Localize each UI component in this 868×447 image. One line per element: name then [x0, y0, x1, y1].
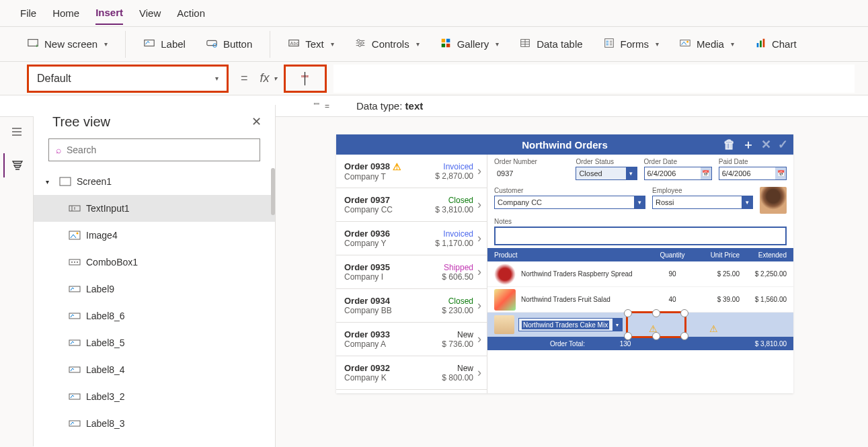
formula-input-extended[interactable]: [333, 65, 855, 93]
button-button[interactable]: Button: [199, 33, 259, 55]
line-item[interactable]: Northwind Traders Raspberry Spread90$ 25…: [487, 261, 793, 287]
gallery-button[interactable]: Gallery▾: [433, 33, 506, 55]
cancel-icon[interactable]: ✕: [761, 137, 771, 152]
control-icon: [69, 392, 81, 401]
screen-icon: [59, 177, 71, 186]
menu-file[interactable]: File: [20, 2, 36, 24]
tree-item-label: Label8_3: [86, 418, 125, 429]
media-button[interactable]: Media▾: [672, 33, 741, 55]
new-screen-button[interactable]: + New screen▾: [20, 33, 114, 55]
separator: [125, 31, 126, 58]
order-item[interactable]: Order 0937Company CCClosed$ 3,810.00›: [336, 188, 487, 222]
order-status-select[interactable]: Closed▾: [576, 167, 637, 180]
order-item[interactable]: Order 0934Company BBClosed$ 230.00›: [336, 289, 487, 323]
order-number-label: Order Number: [494, 158, 569, 165]
app-title: Northwind Orders: [522, 139, 608, 151]
tree-item[interactable]: Label8_6: [34, 302, 275, 329]
close-icon[interactable]: ✕: [251, 114, 262, 129]
formula-input[interactable]: "": [284, 65, 327, 93]
orders-gallery[interactable]: Order 0938⚠Company TInvoiced$ 2,870.00›O…: [336, 155, 487, 393]
col-qty: Quantity: [652, 251, 693, 259]
warning-icon: ⚠: [709, 323, 718, 334]
tree-search[interactable]: ⌕: [48, 138, 260, 161]
warning-icon: ⚠: [393, 161, 401, 172]
product-combobox[interactable]: Northwind Traders Cake Mix ▾: [518, 318, 623, 331]
controls-button[interactable]: Controls▾: [348, 33, 426, 55]
control-icon: [69, 204, 81, 213]
order-total-bar: Order Total: 130 $ 3,810.00: [487, 337, 793, 350]
datatype-label: Data type:: [356, 100, 405, 112]
customer-label: Customer: [494, 187, 645, 194]
tree-view-panel: Tree view ✕ ⌕ ▾ Screen1 TextInput1Image4…: [34, 105, 276, 447]
fx-button[interactable]: fx▾: [260, 71, 277, 85]
order-item[interactable]: Order 0936Company YInvoiced$ 1,170.00›: [336, 222, 487, 255]
caret-down-icon[interactable]: ▾: [46, 178, 54, 186]
notes-input[interactable]: [494, 227, 787, 245]
tree-item[interactable]: Label8_4: [34, 356, 275, 383]
tree-item-label: TextInput1: [86, 203, 130, 214]
tree-view-title: Tree view: [52, 114, 110, 130]
save-icon[interactable]: ✓: [778, 137, 788, 152]
media-icon: [679, 37, 691, 51]
text-button[interactable]: Abc Text▾: [281, 33, 341, 55]
order-item[interactable]: Order 0933Company ANew$ 736.00›: [336, 323, 487, 356]
order-item[interactable]: Order 0932Company KNew$ 800.00›: [336, 356, 487, 390]
add-icon[interactable]: ＋: [742, 136, 754, 153]
calendar-icon: 📅: [701, 167, 711, 179]
controls-label: Controls: [372, 38, 409, 50]
property-selector[interactable]: Default ▾: [27, 65, 229, 93]
tree-item[interactable]: Image4: [34, 222, 275, 249]
menu-view[interactable]: View: [139, 2, 161, 24]
data-table-button[interactable]: Data table: [512, 33, 589, 55]
tree-item[interactable]: TextInput1: [34, 195, 275, 222]
tree-screen-root[interactable]: ▾ Screen1: [34, 168, 275, 195]
datatype-value: text: [405, 100, 424, 112]
tree-item[interactable]: ComboBox1: [34, 249, 275, 276]
tree-item-label: Screen1: [77, 176, 112, 187]
order-item[interactable]: Order 0935Company IShipped$ 606.50›: [336, 255, 487, 289]
control-icon: [69, 419, 81, 428]
tree-item-label: Image4: [86, 230, 118, 241]
order-item[interactable]: Order 0938⚠Company TInvoiced$ 2,870.00›: [336, 155, 487, 188]
tree-view-icon[interactable]: [3, 153, 30, 177]
menu-insert[interactable]: Insert: [95, 1, 123, 25]
label-label: Label: [161, 38, 186, 50]
line-item[interactable]: Northwind Traders Fruit Salad40$ 39.00$ …: [487, 287, 793, 313]
forms-button[interactable]: Forms▾: [596, 33, 666, 55]
svg-rect-13: [446, 44, 450, 47]
menu-action[interactable]: Action: [177, 2, 205, 24]
canvas[interactable]: Northwind Orders 🗑 ＋ ✕ ✓ Order 0938⚠Comp…: [296, 128, 854, 437]
chevron-down-icon: ▾: [274, 75, 277, 82]
svg-rect-31: [69, 340, 80, 346]
col-product: Product: [494, 251, 652, 259]
customer-select[interactable]: Company CC▾: [494, 196, 645, 209]
scrollbar-thumb[interactable]: [271, 168, 275, 215]
media-label: Media: [697, 38, 724, 50]
menu-home[interactable]: Home: [52, 2, 79, 24]
tree-item[interactable]: Label8_5: [34, 329, 275, 356]
tree-item[interactable]: Label3_2: [34, 383, 275, 410]
search-input[interactable]: [67, 145, 253, 155]
notes-label: Notes: [494, 218, 512, 225]
product-image: [494, 289, 516, 311]
hamburger-icon[interactable]: [3, 120, 30, 144]
paid-date-input[interactable]: 6/4/2006📅: [719, 167, 787, 180]
order-date-input[interactable]: 6/4/2006📅: [644, 167, 712, 180]
employee-select[interactable]: Rossi▾: [652, 196, 753, 209]
chevron-right-icon: ›: [477, 366, 481, 380]
tree-item[interactable]: Label9: [34, 276, 275, 302]
chevron-down-icon: ▾: [104, 40, 108, 48]
paid-date-label: Paid Date: [719, 158, 787, 165]
tree-item[interactable]: Label8_3: [34, 410, 275, 437]
label-button[interactable]: Label: [136, 33, 192, 55]
chart-button[interactable]: Chart: [748, 33, 803, 55]
delete-icon[interactable]: 🗑: [723, 138, 736, 152]
menu-bar: File Home Insert View Action: [0, 0, 868, 27]
svg-rect-11: [446, 39, 450, 42]
product-image: [494, 263, 516, 285]
chevron-down-icon: ▾: [613, 319, 622, 331]
calendar-icon: 📅: [775, 167, 786, 179]
equals-sign: =: [325, 101, 329, 111]
col-ext: Extended: [740, 251, 787, 259]
chevron-down-icon: ▾: [416, 40, 420, 48]
